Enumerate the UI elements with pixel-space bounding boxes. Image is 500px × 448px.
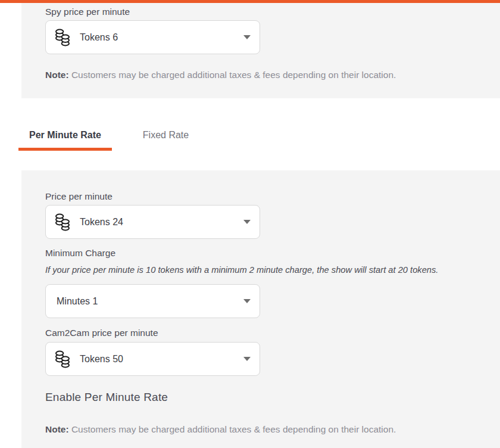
minimum-charge-hint: If your price per minute is 10 tokens wi… (45, 265, 480, 275)
chevron-down-icon (243, 357, 251, 361)
tab-per-minute-rate[interactable]: Per Minute Rate (18, 130, 112, 151)
minimum-charge-dropdown[interactable]: Minutes 1 (45, 284, 260, 318)
note-label: Note: (45, 70, 69, 80)
price-per-minute-label: Price per minute (45, 192, 480, 201)
note-text: Customers may be charged additional taxe… (69, 70, 396, 80)
note-label: Note: (45, 424, 69, 434)
tokens-icon (55, 350, 70, 368)
rate-tabs: Per Minute Rate Fixed Rate (18, 130, 212, 151)
tokens-icon (55, 29, 70, 46)
spy-price-dropdown[interactable]: Tokens 6 (45, 20, 260, 54)
price-per-minute-value: Tokens 24 (80, 217, 123, 228)
per-minute-rate-panel: Price per minute Tokens 24 Minimum Charg… (21, 170, 500, 448)
chevron-down-icon (243, 299, 251, 303)
enable-per-minute-rate-label: Enable Per Minute Rate (45, 391, 480, 403)
tokens-icon (55, 213, 70, 231)
rate-note: Note: Customers may be charged additiona… (45, 425, 480, 434)
spy-price-panel: Spy price per minute Tokens 6 Note: Cust… (21, 3, 500, 98)
chevron-down-icon (243, 35, 251, 39)
note-text: Customers may be charged additional taxe… (69, 424, 396, 434)
minimum-charge-label: Minimum Charge (45, 248, 480, 258)
cam2cam-value: Tokens 50 (80, 354, 123, 365)
spy-note: Note: Customers may be charged additiona… (45, 70, 480, 80)
tab-fixed-rate[interactable]: Fixed Rate (119, 130, 212, 151)
price-per-minute-dropdown[interactable]: Tokens 24 (45, 205, 260, 239)
chevron-down-icon (243, 220, 251, 224)
cam2cam-label: Cam2Cam price per minute (45, 328, 480, 338)
minimum-charge-value: Minutes 1 (57, 296, 98, 307)
spy-price-label: Spy price per minute (45, 7, 480, 17)
spy-price-value: Tokens 6 (80, 32, 118, 43)
cam2cam-dropdown[interactable]: Tokens 50 (45, 342, 260, 376)
